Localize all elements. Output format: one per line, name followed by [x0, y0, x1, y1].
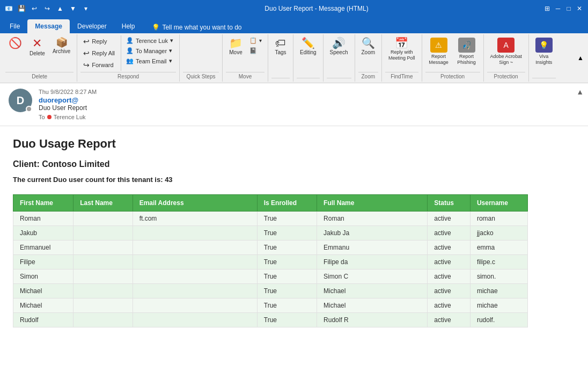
speech-button[interactable]: 🔊 Speech [327, 35, 351, 58]
cell-username: michae [470, 284, 527, 298]
quickstep-team[interactable]: 👥 Team Email ▾ [123, 56, 176, 66]
window-title: Duo User Report - Message (HTML) [90, 5, 543, 12]
message-from-email[interactable]: duoreport@ [39, 96, 579, 104]
tell-me-bar[interactable]: 💡 Tell me what you want to do [146, 21, 247, 33]
close-button[interactable]: ✕ [575, 4, 584, 13]
adobe-sign-button[interactable]: A Adobe AcrobatSign ~ [487, 35, 525, 68]
tags-button[interactable]: 🏷 Tags [271, 35, 290, 58]
cell-full: Michael [317, 298, 428, 313]
collapse-icon: ▲ [577, 54, 584, 62]
message-timestamp: Thu 9/8/2022 8:27 AM [39, 89, 579, 95]
quicksteps-content [183, 35, 219, 71]
reply-all-button[interactable]: ↩ Reply All [80, 47, 117, 59]
person-icon: 👤 [126, 37, 134, 44]
cell-full: Rudolf R [317, 313, 428, 327]
reply-button[interactable]: ↩ Reply [80, 35, 117, 47]
cell-last [74, 270, 133, 284]
cell-first: Michael [13, 284, 74, 298]
cell-last [74, 212, 133, 226]
findtime-label: FindTime [385, 72, 418, 81]
restore-icon[interactable]: ⊞ [543, 4, 552, 13]
editing-label [297, 78, 320, 81]
report-phishing-button[interactable]: 🎣 ReportPhishing [453, 35, 480, 68]
cell-email [133, 226, 257, 241]
delete-icon: ✕ [32, 38, 42, 49]
zoom-button[interactable]: 🔍 Zoom [358, 35, 379, 58]
cell-last [74, 298, 133, 313]
junk-button[interactable]: 🚫 [5, 35, 25, 52]
undo-icon[interactable]: ↩ [30, 4, 39, 13]
findtime-content: 📅 Reply withMeeting Poll [385, 35, 418, 71]
tab-message[interactable]: Message [27, 19, 70, 33]
avatar-status [26, 106, 32, 112]
maximize-button[interactable]: □ [564, 4, 573, 13]
cell-email: ft.com [133, 212, 257, 226]
redo-icon[interactable]: ↪ [43, 4, 52, 13]
title-bar: 📧 💾 ↩ ↪ ▲ ▼ ▾ Duo User Report - Message … [0, 0, 588, 17]
editing-button[interactable]: ✏️ Editing [297, 35, 320, 58]
cell-status: active [428, 241, 471, 255]
report-table: First Name Last Name Email Address Is En… [13, 194, 528, 327]
recipient-name: Terence Luk [54, 114, 86, 120]
down-icon[interactable]: ▼ [69, 4, 77, 13]
ribbon-group-editing: ✏️ Editing [293, 34, 324, 82]
cell-first: Filipe [13, 255, 74, 270]
cell-last [74, 284, 133, 298]
viva-label [532, 78, 556, 81]
tab-file[interactable]: File [2, 19, 27, 33]
tab-help[interactable]: Help [114, 19, 143, 33]
message-body: Duo Usage Report Client: Contoso Limited… [0, 126, 588, 386]
cell-enrolled: True [257, 241, 317, 255]
cell-full: Emmanu [317, 241, 428, 255]
table-row: MichaelTrueMichaelactivemichae [13, 284, 528, 298]
ribbon-group-tags: 🏷 Tags [268, 34, 293, 82]
up-icon[interactable]: ▲ [56, 4, 64, 13]
manager-icon: 👤 [126, 47, 134, 54]
acrobat-label: Protection [487, 72, 525, 81]
rules-label: ▾ [259, 38, 262, 43]
window-controls: ⊞ ─ □ ✕ [543, 4, 584, 13]
more-icon[interactable]: ▾ [82, 4, 90, 13]
cell-status: active [428, 298, 471, 313]
col-status: Status [428, 195, 471, 212]
forward-label: Forward [92, 62, 113, 68]
quickstep-manager[interactable]: 👤 To Manager ▾ [123, 46, 176, 56]
delete-button[interactable]: ✕ Delete [26, 35, 48, 59]
avatar: D [9, 89, 32, 112]
ribbon-group-findtime: 📅 Reply withMeeting Poll FindTime [382, 34, 422, 82]
cell-full: Roman [317, 212, 428, 226]
rules-button[interactable]: 📋 ▾ [247, 35, 264, 46]
report-phishing-icon: 🎣 [458, 38, 475, 53]
message-container: D Thu 9/8/2022 8:27 AM duoreport@ Duo Us… [0, 83, 588, 386]
meeting-poll-button[interactable]: 📅 Reply withMeeting Poll [385, 35, 418, 63]
archive-icon: 📦 [56, 38, 68, 47]
zoom-content: 🔍 Zoom [358, 35, 379, 71]
viva-icon: 💡 [535, 38, 553, 53]
delete-group-label: Delete [5, 72, 74, 81]
forward-button[interactable]: ↪ Forward [80, 59, 117, 71]
reply-label: Reply [92, 38, 107, 45]
minimize-button[interactable]: ─ [554, 4, 562, 13]
cell-enrolled: True [257, 284, 317, 298]
delete-group-content: 🚫 ✕ Delete 📦 Archive [5, 35, 74, 71]
forward-icon: ↪ [83, 61, 90, 69]
tags-content: 🏷 Tags [271, 35, 290, 77]
message-collapse-button[interactable]: ▲ [576, 88, 584, 96]
quickstep-terence[interactable]: 👤 Terence Luk ▾ [123, 35, 176, 46]
viva-insights-button[interactable]: 💡 VivaInsights [532, 35, 556, 68]
recipient-dot [47, 115, 52, 119]
save-icon[interactable]: 💾 [17, 4, 26, 13]
cell-username: rudolf. [470, 313, 527, 327]
cell-status: active [428, 226, 471, 241]
table-row: Romanft.comTrueRomanactiveroman [13, 212, 528, 226]
ribbon-collapse[interactable]: ▲ [577, 34, 586, 82]
cell-username: jjacko [470, 226, 527, 241]
report-message-button[interactable]: ⚠ ReportMessage [425, 35, 452, 68]
archive-button[interactable]: 📦 Archive [49, 35, 74, 57]
cell-last [74, 255, 133, 270]
tab-developer[interactable]: Developer [70, 19, 114, 33]
email-title: Duo Usage Report [13, 137, 539, 151]
move-button[interactable]: 📁 Move [226, 35, 246, 58]
team-label: Team Email [136, 58, 166, 64]
onenote-button[interactable]: 📓 [247, 46, 264, 56]
